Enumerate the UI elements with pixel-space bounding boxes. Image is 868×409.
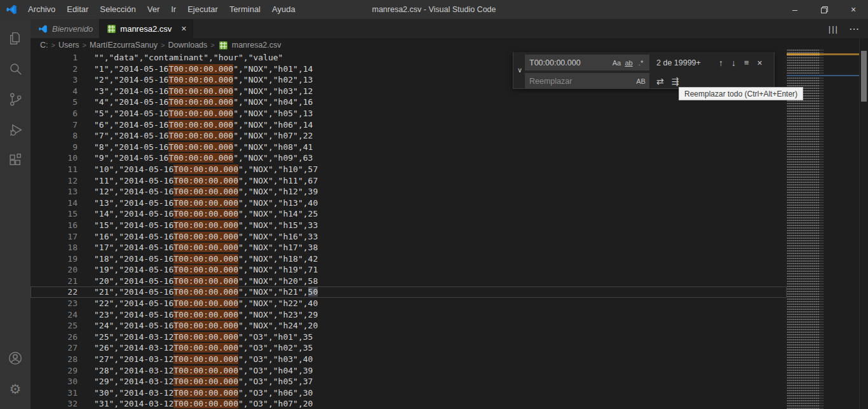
code-line[interactable]: 6"5","2014-05-16T00:00:00.000","NOX","h0…	[31, 108, 787, 119]
code-line[interactable]: 16"15","2014-05-16T00:00:00.000","NOX","…	[31, 220, 787, 231]
settings-gear-icon[interactable]: ⚙	[0, 373, 31, 404]
menu-seleccion[interactable]: Selección	[94, 0, 141, 19]
code-area[interactable]: 1"","data","contaminant","hour","value"2…	[31, 52, 787, 409]
find-match-highlight: T00:00:00.000	[173, 164, 238, 174]
code-line[interactable]: 5"4","2014-05-16T00:00:00.000","NOX","h0…	[31, 97, 787, 108]
code-line[interactable]: 31"30","2014-03-12T00:00:00.000","O3","h…	[31, 387, 787, 399]
restore-icon[interactable]	[810, 0, 839, 19]
menu-ir[interactable]: Ir	[165, 0, 182, 19]
breadcrumb-user[interactable]: MartíEzcurraSanuy	[90, 41, 158, 50]
find-match-highlight: T00:00:00.000	[168, 120, 233, 130]
code-line[interactable]: 10"9","2014-05-16T00:00:00.000","NOX","h…	[31, 152, 787, 164]
find-match-highlight: T00:00:00.000	[173, 343, 238, 352]
find-in-selection-icon[interactable]: ≡	[744, 58, 749, 67]
code-line[interactable]: 22"21","2014-05-16T00:00:00.000","NOX","…	[31, 286, 787, 298]
line-number: 14	[31, 198, 78, 209]
code-line[interactable]: 30"29","2014-03-12T00:00:00.000","O3","h…	[31, 376, 787, 387]
tab-bienvenido[interactable]: Bienvenido	[31, 19, 100, 38]
toggle-replace-chevron-icon[interactable]: ∨	[513, 52, 525, 88]
search-icon[interactable]	[0, 53, 31, 84]
code-line[interactable]: 8"7","2014-05-16T00:00:00.000","NOX","h0…	[31, 130, 787, 142]
code-text: "2","2014-05-16T00:00:00.000","NOX","h02…	[94, 75, 313, 84]
minimap-find-match-mark	[787, 53, 859, 55]
regex-icon[interactable]: .*	[635, 59, 647, 67]
source-control-icon[interactable]	[0, 84, 31, 114]
line-number: 20	[31, 264, 78, 276]
code-line[interactable]: 9"8","2014-05-16T00:00:00.000","NOX","h0…	[31, 142, 787, 153]
code-line[interactable]: 17"16","2014-05-16T00:00:00.000","NOX","…	[31, 231, 787, 243]
code-line[interactable]: 11"10","2014-05-16T00:00:00.000","NOX","…	[31, 164, 787, 175]
line-number: 30	[31, 376, 78, 387]
tab-manresa2-csv[interactable]: manresa2.csv ×	[100, 19, 193, 38]
menu-ayuda[interactable]: Ayuda	[266, 0, 301, 19]
code-line[interactable]: 18"17","2014-05-16T00:00:00.000","NOX","…	[31, 242, 787, 253]
code-line[interactable]: 26"25","2014-03-12T00:00:00.000","O3","h…	[31, 332, 787, 343]
code-line[interactable]: 12"11","2014-05-16T00:00:00.000","NOX","…	[31, 175, 787, 187]
code-text: "1","2014-05-16T00:00:00.000","NOX","h01…	[94, 64, 313, 74]
code-text: "4","2014-05-16T00:00:00.000","NOX","h04…	[94, 97, 313, 107]
next-match-icon[interactable]: ↓	[731, 58, 736, 67]
find-input[interactable]: T00:00:00.000 Aa ab .*	[525, 55, 649, 70]
minimize-icon[interactable]: –	[780, 0, 810, 19]
find-match-highlight: T00:00:00.000	[168, 86, 233, 96]
find-match-highlight: T00:00:00.000	[168, 131, 233, 140]
code-line[interactable]: 27"26","2014-03-12T00:00:00.000","O3","h…	[31, 342, 787, 354]
vscode-logo-icon	[6, 4, 17, 15]
menu-terminal[interactable]: Terminal	[224, 0, 266, 19]
code-text: "18","2014-05-16T00:00:00.000","NOX","h1…	[94, 254, 318, 264]
code-line[interactable]: 24"23","2014-05-16T00:00:00.000","NOX","…	[31, 309, 787, 321]
menu-ejecutar[interactable]: Ejecutar	[182, 0, 224, 19]
code-line[interactable]: 13"12","2014-05-16T00:00:00.000","NOX","…	[31, 186, 787, 198]
chevron-right-icon: >	[209, 41, 215, 49]
breadcrumb-downloads[interactable]: Downloads	[168, 41, 207, 50]
code-line[interactable]: 7"6","2014-05-16T00:00:00.000","NOX","h0…	[31, 119, 787, 131]
account-icon[interactable]	[0, 343, 31, 373]
editor-layout-icon[interactable]: |||	[829, 24, 839, 34]
code-line[interactable]: 20"19","2014-05-16T00:00:00.000","NOX","…	[31, 264, 787, 276]
line-number: 27	[31, 342, 78, 354]
line-number: 21	[31, 276, 78, 287]
replace-all-icon[interactable]: ⇶	[672, 77, 679, 86]
more-actions-icon[interactable]: ⋯	[849, 23, 859, 35]
code-line[interactable]: 19"18","2014-05-16T00:00:00.000","NOX","…	[31, 253, 787, 265]
whole-word-icon[interactable]: ab	[623, 59, 635, 67]
code-line[interactable]: 14"13","2014-05-16T00:00:00.000","NOX","…	[31, 198, 787, 209]
find-match-highlight: T00:00:00.000	[173, 276, 238, 286]
explorer-icon[interactable]	[0, 23, 31, 53]
code-text: "22","2014-05-16T00:00:00.000","NOX","h2…	[94, 298, 318, 308]
find-match-highlight: T00:00:00.000	[173, 254, 238, 264]
code-line[interactable]: 29"28","2014-03-12T00:00:00.000","O3","h…	[31, 365, 787, 377]
menu-archivo[interactable]: Archivo	[22, 0, 61, 19]
code-text: "19","2014-05-16T00:00:00.000","NOX","h1…	[94, 265, 318, 274]
breadcrumb-file[interactable]: manresa2.csv	[232, 41, 281, 50]
code-text: "20","2014-05-16T00:00:00.000","NOX","h2…	[94, 276, 318, 286]
match-case-icon[interactable]: Aa	[611, 59, 623, 67]
find-match-highlight: T00:00:00.000	[173, 399, 238, 408]
code-line[interactable]: 28"27","2014-03-12T00:00:00.000","O3","h…	[31, 354, 787, 365]
find-match-highlight: T00:00:00.000	[173, 220, 238, 230]
code-line[interactable]: 23"22","2014-05-16T00:00:00.000","NOX","…	[31, 298, 787, 309]
replace-input[interactable]: Reemplazar AB	[525, 73, 649, 89]
breadcrumb-users[interactable]: Users	[58, 41, 79, 50]
scrollbar-thumb[interactable]	[861, 51, 867, 102]
menu-editar[interactable]: Editar	[61, 0, 94, 19]
code-line[interactable]: 21"20","2014-05-16T00:00:00.000","NOX","…	[31, 276, 787, 287]
close-icon[interactable]: ×	[839, 0, 868, 19]
find-match-highlight: T00:00:00.000	[173, 366, 238, 375]
code-line[interactable]: 25"24","2014-05-16T00:00:00.000","NOX","…	[31, 320, 787, 332]
preserve-case-icon[interactable]: AB	[635, 77, 647, 85]
code-line[interactable]: 32"31","2014-03-12T00:00:00.000","O3","h…	[31, 398, 787, 409]
line-number: 24	[31, 309, 78, 321]
chevron-right-icon: >	[50, 41, 57, 49]
csv-table-icon	[219, 41, 227, 50]
extensions-icon[interactable]	[0, 145, 31, 175]
run-and-debug-icon[interactable]	[0, 114, 31, 145]
minimap[interactable]	[787, 50, 820, 409]
previous-match-icon[interactable]: ↑	[719, 58, 723, 67]
replace-one-icon[interactable]: ⇄	[656, 77, 664, 86]
menu-ver[interactable]: Ver	[142, 0, 166, 19]
close-find-icon[interactable]: ×	[757, 58, 763, 67]
tab-close-icon[interactable]: ×	[181, 24, 186, 33]
code-line[interactable]: 15"14","2014-05-16T00:00:00.000","NOX","…	[31, 208, 787, 220]
breadcrumb-drive[interactable]: C:	[40, 41, 48, 50]
